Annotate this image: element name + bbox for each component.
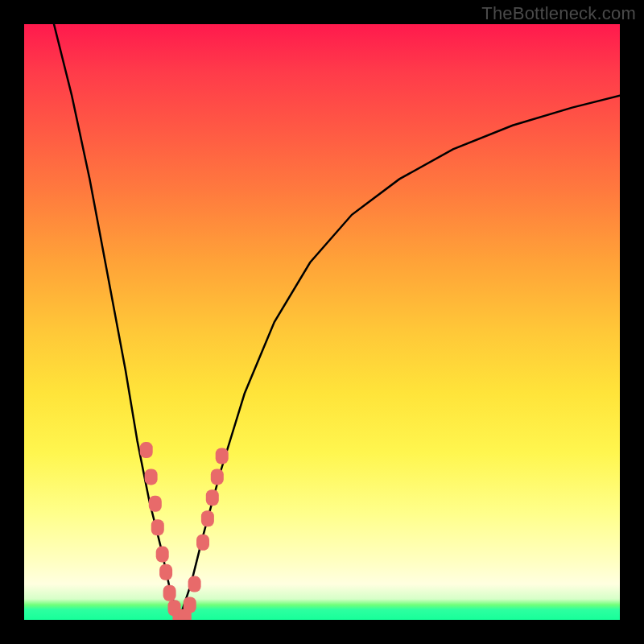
chart-frame: TheBottleneck.com [0, 0, 644, 644]
data-point [196, 535, 209, 551]
data-point [163, 585, 176, 601]
curve-layer [54, 24, 620, 620]
data-point [159, 564, 172, 580]
data-point [145, 469, 158, 485]
data-point [206, 489, 219, 506]
chart-plot-area [24, 24, 620, 620]
data-point [149, 496, 162, 512]
data-point [216, 448, 229, 464]
data-point [188, 576, 201, 592]
data-point [140, 442, 153, 458]
marker-layer [140, 442, 229, 620]
curve-bottleneck-curve-right [179, 96, 620, 620]
data-point [184, 597, 196, 613]
data-point [151, 519, 164, 535]
watermark-text: TheBottleneck.com [481, 3, 636, 24]
data-point [156, 547, 169, 563]
chart-svg [24, 24, 620, 620]
data-point [211, 469, 224, 485]
data-point [201, 510, 214, 526]
